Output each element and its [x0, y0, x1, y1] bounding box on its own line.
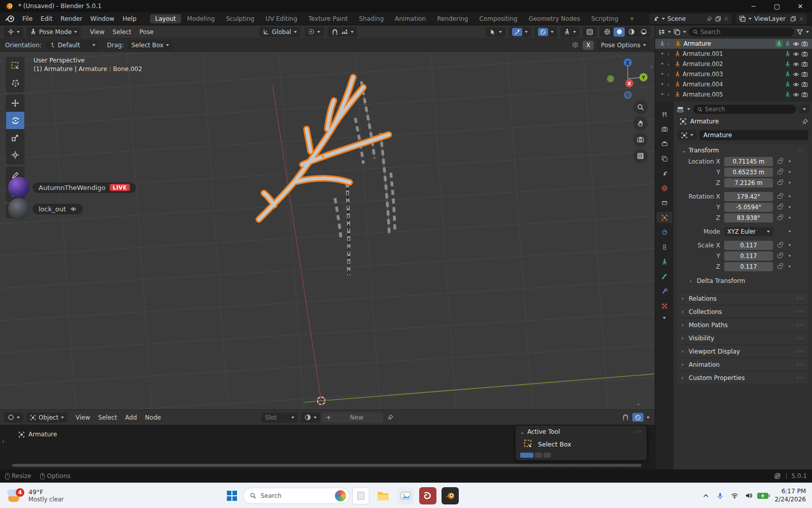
close-button[interactable]: ✕: [789, 0, 812, 12]
expand-icon[interactable]: ›: [667, 51, 672, 57]
tab-armature-data[interactable]: [657, 256, 672, 267]
rotation-y-field[interactable]: -5.0594°: [724, 203, 773, 212]
tool-select-box[interactable]: [6, 57, 24, 74]
location-y-field[interactable]: 0.65233 m: [724, 168, 773, 177]
maximize-button[interactable]: ▢: [765, 0, 789, 12]
add-workspace-button[interactable]: +: [624, 14, 639, 23]
filter-icon[interactable]: [796, 28, 803, 36]
animate-dot[interactable]: •: [786, 158, 793, 165]
snap-target-icon[interactable]: [341, 28, 348, 36]
app-icon-file-explorer[interactable]: [375, 487, 392, 504]
pose-icon[interactable]: [776, 41, 782, 47]
tool-move[interactable]: [6, 94, 24, 112]
shader-menu-add[interactable]: Add: [121, 414, 141, 421]
tool-setting-chip[interactable]: [544, 453, 551, 458]
select-box-tool-icon[interactable]: [524, 439, 533, 449]
corner-widget[interactable]: ⌃: [636, 403, 640, 408]
expand-icon[interactable]: ›: [667, 61, 672, 67]
panel-motion-paths[interactable]: ›Motion Paths⁙⁙: [678, 319, 808, 331]
panel-viewport-display[interactable]: ›Viewport Display⁙⁙: [678, 345, 808, 357]
taskbar-search[interactable]: Search: [243, 488, 350, 504]
tab-texture[interactable]: [657, 300, 672, 311]
armature-data-icon[interactable]: [785, 51, 791, 57]
pin-icon[interactable]: [706, 16, 713, 22]
snap-magnet-icon[interactable]: [331, 28, 339, 36]
workspace-tab-shading[interactable]: Shading: [354, 14, 389, 23]
tool-transform[interactable]: [6, 146, 24, 164]
properties-search[interactable]: [693, 105, 796, 114]
tab-bone[interactable]: [657, 271, 672, 282]
start-button[interactable]: [223, 487, 241, 504]
panel-drag-handle[interactable]: ⁙⁙: [796, 309, 804, 314]
hide-eye-icon[interactable]: [793, 71, 799, 78]
snap-cluster[interactable]: [328, 27, 357, 37]
armature-data-icon[interactable]: [785, 91, 791, 98]
workspace-tab-animation[interactable]: Animation: [390, 14, 431, 23]
tab-physics[interactable]: [657, 227, 672, 238]
horizontal-scrollbar[interactable]: [12, 464, 641, 467]
tab-view-layer[interactable]: [657, 153, 672, 164]
copy-icon[interactable]: [715, 16, 721, 22]
pan-hand-button[interactable]: [633, 116, 648, 131]
outliner-row-armature-004[interactable]: • › Armature.004: [655, 79, 812, 89]
tray-chevron-up-icon[interactable]: [700, 493, 712, 499]
properties-display-icon[interactable]: [676, 106, 684, 113]
animate-dot[interactable]: •: [786, 228, 793, 235]
workspace-tab-texture-paint[interactable]: Texture Paint: [303, 14, 353, 23]
hide-eye-icon[interactable]: [793, 41, 799, 47]
animate-dot[interactable]: •: [786, 169, 793, 176]
shader-type-dropdown[interactable]: Object: [26, 412, 67, 423]
location-z-field[interactable]: 7.2126 m: [724, 178, 773, 187]
tabs-overflow-chevron[interactable]: [663, 317, 666, 319]
app-icon-blender[interactable]: [442, 487, 459, 504]
tab-object[interactable]: [657, 212, 672, 223]
tool-cursor[interactable]: [6, 74, 24, 91]
shader-menu-node[interactable]: Node: [141, 414, 165, 421]
tab-collection[interactable]: [657, 197, 672, 208]
menu-edit[interactable]: Edit: [37, 15, 56, 22]
lock-icon[interactable]: [773, 244, 786, 247]
pin-icon[interactable]: [802, 118, 808, 125]
workspace-tab-geometry-nodes[interactable]: Geometry Nodes: [524, 14, 585, 23]
pivot-point-dropdown[interactable]: [304, 27, 324, 37]
panel-drag-handle[interactable]: ⁙⁙: [634, 429, 642, 434]
expand-icon[interactable]: ›: [667, 92, 672, 98]
tab-bone-constraint[interactable]: [657, 285, 672, 297]
drag-dropdown[interactable]: Select Box: [128, 40, 173, 50]
disable-render-icon[interactable]: [801, 91, 808, 98]
location-x-field[interactable]: 0.71145 m: [724, 157, 773, 166]
hide-eye-icon[interactable]: [793, 91, 799, 98]
material-browse-dropdown[interactable]: [301, 412, 320, 423]
shading-solid-button[interactable]: [614, 27, 625, 37]
scale-z-field[interactable]: 0.117: [724, 262, 773, 271]
tray-battery-icon[interactable]: [757, 493, 768, 499]
menu-render[interactable]: Render: [56, 15, 86, 22]
delta-transform-header[interactable]: Delta Transform: [697, 277, 746, 284]
pin-icon[interactable]: [387, 414, 394, 421]
scale-x-field[interactable]: 0.117: [724, 241, 773, 250]
lock-icon[interactable]: [773, 206, 786, 209]
tray-microphone-icon[interactable]: [715, 492, 726, 499]
workspace-tab-layout[interactable]: Layout: [150, 14, 181, 23]
properties-search-input[interactable]: [705, 106, 792, 113]
tab-constraints[interactable]: [657, 241, 672, 252]
armature-data-icon[interactable]: [785, 81, 791, 87]
shading-wireframe-button[interactable]: [601, 27, 613, 37]
app-icon-photos[interactable]: [397, 487, 414, 504]
xray-pose-toggle[interactable]: [560, 27, 580, 37]
collapse-icon[interactable]: ⌄: [520, 429, 527, 435]
animate-dot[interactable]: •: [786, 252, 793, 260]
lock-icon[interactable]: [773, 181, 786, 185]
slot-dropdown[interactable]: Slot: [261, 412, 298, 423]
workspace-tab-sculpting[interactable]: Sculpting: [221, 14, 259, 23]
animate-dot[interactable]: •: [786, 242, 793, 249]
render-preview-button[interactable]: [583, 27, 597, 37]
tray-speaker-icon[interactable]: [743, 492, 754, 499]
editor-type-button[interactable]: [4, 27, 23, 37]
disable-render-icon[interactable]: [801, 41, 808, 47]
properties-options-dropdown[interactable]: [799, 105, 809, 114]
lock-icon[interactable]: [773, 160, 786, 164]
app-icon-task-view[interactable]: [352, 487, 369, 504]
ortho-toggle-button[interactable]: [633, 149, 648, 163]
lock-icon[interactable]: [773, 195, 786, 199]
